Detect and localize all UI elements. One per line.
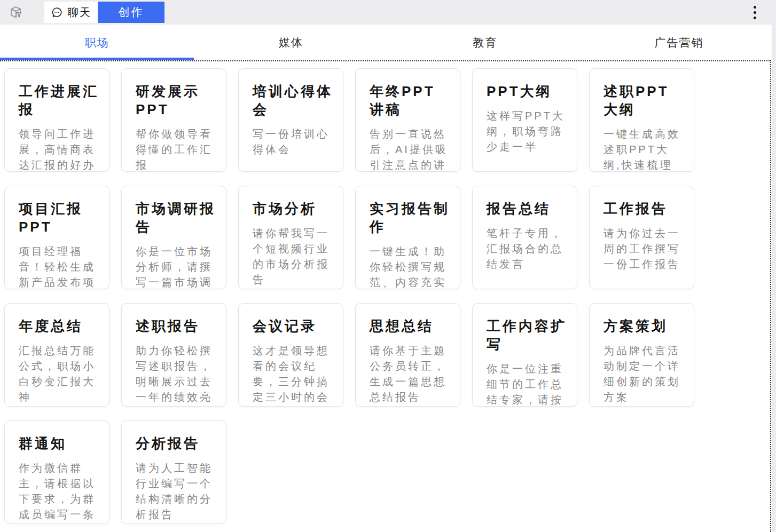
- template-card-title: 市场调研报告: [136, 200, 216, 236]
- template-card[interactable]: 群通知 作为微信群主，请根据以下要求，为群成员编写一条通知: [4, 420, 109, 524]
- template-card-description: 领导问工作进展，高情商表达汇报的好办法: [19, 126, 99, 172]
- template-card-title: 报告总结: [487, 200, 567, 218]
- template-card[interactable]: 项目汇报PPT 项目经理福音！轻松生成新产品发布项目汇报: [4, 186, 109, 289]
- template-card[interactable]: 述职PPT大纲 一键生成高效述职PPT大纲,快速梳理重点: [589, 68, 694, 172]
- template-card[interactable]: PPT大纲 这样写PPT大纲，职场弯路少走一半: [472, 68, 577, 172]
- template-card-title: 工作进展汇报: [19, 82, 99, 118]
- template-card-title: 实习报告制作: [370, 200, 450, 236]
- template-card-description: 项目经理福音！轻松生成新产品发布项目汇报: [19, 244, 99, 289]
- template-card[interactable]: 思想总结 请你基于主题公务员转正，生成一篇思想总结报告: [355, 303, 460, 407]
- category-tab[interactable]: 媒体: [194, 25, 388, 60]
- template-card-description: 请你帮我写一个短视频行业的市场分析报告: [253, 226, 333, 288]
- mode-tab-chat[interactable]: 聊天: [44, 2, 98, 23]
- more-menu-button[interactable]: [751, 3, 759, 22]
- template-card[interactable]: 方案策划 为品牌代言活动制定一个详细创新的策划方案: [589, 303, 694, 407]
- template-card-description: 请为你过去一周的工作撰写一份工作报告: [603, 226, 684, 272]
- template-card-title: 思想总结: [370, 317, 450, 335]
- template-card-description: 为品牌代言活动制定一个详细创新的策划方案: [603, 343, 684, 405]
- content-area: 工作进展汇报 领导问工作进展，高情商表达汇报的好办法 研发展示PPT 帮你做领导…: [0, 60, 771, 532]
- template-card-title: 会议记录: [253, 317, 333, 335]
- template-card-title: 工作内容扩写: [487, 317, 567, 353]
- template-card[interactable]: 实习报告制作 一键生成！助你轻松撰写规范、内容充实的实习报告: [355, 186, 460, 289]
- template-card-description: 汇报总结万能公式，职场小白秒变汇报大神: [19, 343, 99, 405]
- template-card[interactable]: 工作报告 请为你过去一周的工作撰写一份工作报告: [589, 186, 694, 289]
- template-card-description: 你是一位注重细节的工作总结专家，请按要求扩写: [487, 361, 567, 407]
- template-card-description: 帮你做领导看得懂的工作汇报: [136, 126, 216, 172]
- template-card[interactable]: 年度总结 汇报总结万能公式，职场小白秒变汇报大神: [4, 303, 109, 407]
- template-card-description: 请你基于主题公务员转正，生成一篇思想总结报告: [370, 343, 450, 405]
- template-card-title: 年终PPT讲稿: [370, 82, 450, 118]
- template-card[interactable]: 报告总结 笔杆子专用，汇报场合的总结发言: [472, 186, 577, 289]
- template-card[interactable]: 研发展示PPT 帮你做领导看得懂的工作汇报: [121, 68, 226, 172]
- template-card-description: 告别一直说然后，AI提供吸引注意点的讲稿: [370, 126, 450, 172]
- speech-bubble-icon: [51, 6, 63, 19]
- template-card[interactable]: 市场调研报告 你是一位市场分析师，请撰写一篇市场调研报告: [121, 186, 226, 289]
- template-card-title: 方案策划: [603, 317, 684, 335]
- category-tabs: 职场 媒体 教育 广告营销: [0, 25, 776, 60]
- template-card-description: 助力你轻松撰写述职报告，明晰展示过去一年的绩效亮点: [136, 343, 216, 407]
- template-card[interactable]: 分析报告 请为人工智能行业编写一个结构清晰的分析报告: [121, 420, 226, 524]
- template-card-title: 年度总结: [19, 317, 99, 335]
- template-card[interactable]: 工作进展汇报 领导问工作进展，高情商表达汇报的好办法: [4, 68, 109, 172]
- top-bar: 聊天 创作: [0, 0, 776, 25]
- template-card-title: 研发展示PPT: [136, 82, 216, 118]
- template-card-title: 分析报告: [136, 434, 216, 452]
- template-card[interactable]: 工作内容扩写 你是一位注重细节的工作总结专家，请按要求扩写: [472, 303, 577, 407]
- template-card-title: 培训心得体会: [253, 82, 333, 118]
- template-card-title: 述职PPT大纲: [603, 82, 684, 118]
- template-card-description: 你是一位市场分析师，请撰写一篇市场调研报告: [136, 244, 216, 289]
- template-card-description: 笔杆子专用，汇报场合的总结发言: [487, 226, 567, 272]
- template-card-title: PPT大纲: [487, 82, 567, 100]
- template-card-description: 这样写PPT大纲，职场弯路少走一半: [487, 108, 567, 155]
- category-tab[interactable]: 教育: [388, 25, 582, 60]
- template-card-description: 请为人工智能行业编写一个结构清晰的分析报告: [136, 460, 216, 522]
- mode-tab-create-label: 创作: [119, 5, 144, 20]
- kebab-dot: [754, 11, 756, 14]
- category-tab-label: 广告营销: [654, 35, 703, 50]
- scrollbar-track[interactable]: [772, 0, 776, 532]
- category-tab-label: 媒体: [279, 35, 303, 50]
- kebab-dot: [754, 6, 756, 9]
- template-card[interactable]: 会议记录 这才是领导想看的会议纪要，三分钟搞定三小时的会议: [238, 303, 343, 407]
- template-card[interactable]: 培训心得体会 写一份培训心得体会: [238, 68, 343, 172]
- template-card-title: 项目汇报PPT: [19, 200, 99, 236]
- category-tab-label: 教育: [473, 35, 497, 50]
- template-card-description: 一键生成！助你轻松撰写规范、内容充实的实习报告: [370, 244, 450, 289]
- template-card[interactable]: 年终PPT讲稿 告别一直说然后，AI提供吸引注意点的讲稿: [355, 68, 460, 172]
- template-card-description: 一键生成高效述职PPT大纲,快速梳理重点: [603, 126, 684, 172]
- category-tab-label: 职场: [85, 35, 109, 50]
- box-filter-icon: [7, 3, 25, 21]
- card-grid: 工作进展汇报 领导问工作进展，高情商表达汇报的好办法 研发展示PPT 帮你做领导…: [4, 68, 715, 524]
- template-card-title: 群通知: [19, 434, 99, 452]
- mode-tab-create[interactable]: 创作: [98, 2, 164, 23]
- template-card-description: 作为微信群主，请根据以下要求，为群成员编写一条通知: [19, 460, 99, 524]
- category-tab[interactable]: 广告营销: [582, 25, 776, 60]
- template-card[interactable]: 述职报告 助力你轻松撰写述职报告，明晰展示过去一年的绩效亮点: [121, 303, 226, 407]
- template-card-description: 这才是领导想看的会议纪要，三分钟搞定三小时的会议: [253, 343, 333, 407]
- template-card-title: 述职报告: [136, 317, 216, 335]
- mode-switcher: 聊天 创作: [44, 2, 164, 23]
- kebab-dot: [754, 17, 756, 19]
- mode-tab-chat-label: 聊天: [68, 5, 91, 20]
- template-card-title: 市场分析: [253, 200, 333, 218]
- template-card[interactable]: 市场分析 请你帮我写一个短视频行业的市场分析报告: [238, 186, 343, 289]
- category-tab[interactable]: 职场: [0, 25, 194, 60]
- template-card-title: 工作报告: [603, 200, 684, 218]
- template-card-description: 写一份培训心得体会: [253, 126, 333, 157]
